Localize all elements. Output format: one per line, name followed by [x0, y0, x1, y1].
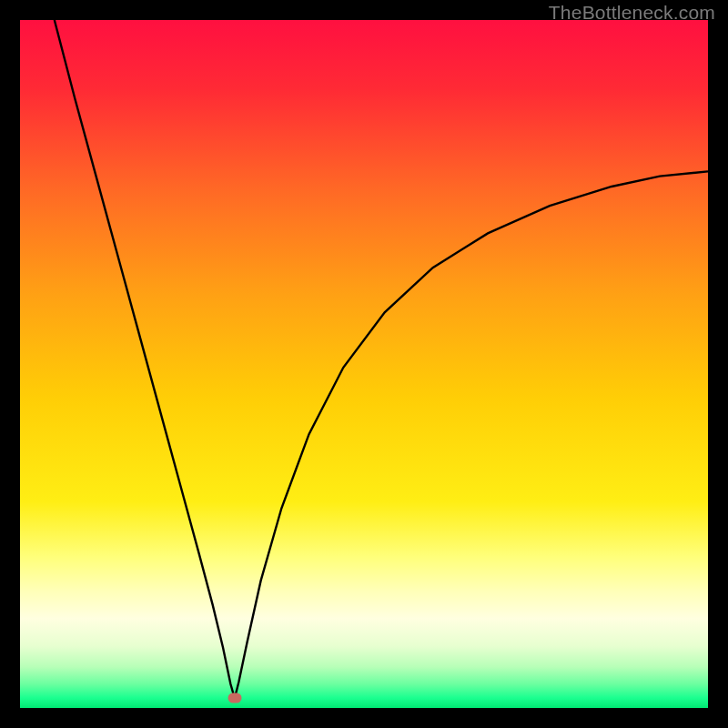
svg-rect-0	[20, 20, 708, 708]
minimum-marker	[228, 693, 241, 703]
background-gradient	[20, 20, 708, 708]
plot-area	[20, 20, 708, 708]
chart-frame: TheBottleneck.com	[0, 0, 728, 728]
